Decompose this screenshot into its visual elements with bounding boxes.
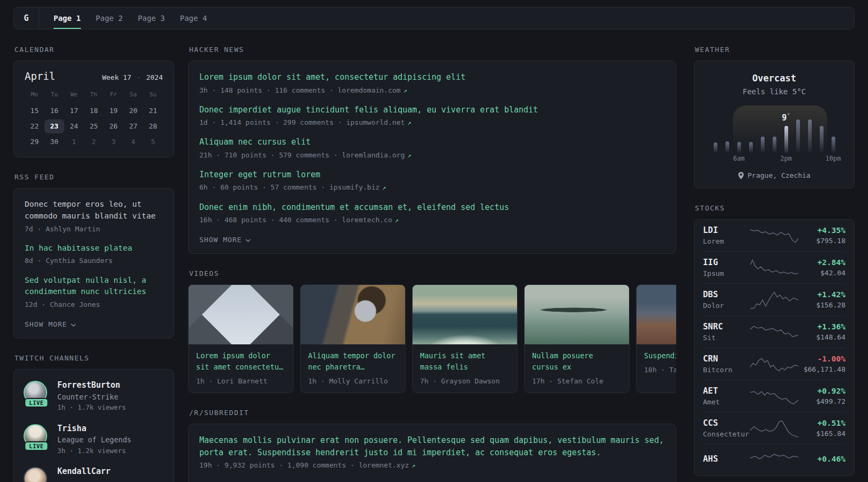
hn-story-link[interactable]: Donec imperdiet augue tincidunt felis al…	[199, 105, 538, 115]
rss-item-meta: 8d · Cynthia Saunders	[25, 255, 163, 266]
rss-item-link[interactable]: Sed volutpat nulla nisl, a condimentum n…	[25, 276, 146, 296]
calendar-day: 30	[44, 135, 64, 149]
twitch-channel-row[interactable]: LIVE Trisha League of Legends 3h · 1.2k …	[24, 423, 164, 456]
weather-feels-like: Feels like 5°C	[705, 87, 843, 96]
weather-time-label: 10pm	[826, 155, 841, 162]
stock-sparkline	[750, 387, 798, 406]
stock-name: Ipsum	[703, 269, 750, 277]
weather-time-label: 6am	[733, 155, 745, 162]
hn-story-link[interactable]: Aliquam nec cursus elit	[199, 137, 311, 147]
weather-location-label: Prague, Czechia	[747, 171, 810, 179]
calendar-month: April	[25, 70, 55, 82]
weekday-label: Su	[143, 90, 163, 100]
stock-row[interactable]: LDILorem+4.35%$795.18	[703, 220, 845, 251]
stocks-card: LDILorem+4.35%$795.18IIGIpsum+2.84%$42.0…	[694, 219, 855, 476]
video-title-link[interactable]: Suspendisse sed diam	[644, 350, 676, 362]
stock-sparkline	[750, 322, 798, 342]
calendar-day: 3	[103, 135, 123, 149]
video-thumbnail[interactable]	[525, 285, 629, 344]
hn-story-link[interactable]: Lorem ipsum dolor sit amet, consectetur …	[199, 72, 466, 82]
subreddit-section-title: /R/SUBREDDIT	[189, 409, 676, 417]
weekday-label: We	[64, 90, 84, 100]
channel-avatar-image	[24, 467, 47, 482]
weekday-label: Th	[84, 90, 104, 100]
videos-section-title: VIDEOS	[189, 269, 676, 277]
calendar-day: 18	[84, 104, 104, 118]
stock-row[interactable]: AETAmet+0.92%$499.72	[703, 380, 845, 412]
hn-story-meta: 3h · 148 points · 116 comments · loremdo…	[199, 85, 665, 96]
avatar: LIVE	[24, 380, 49, 404]
twitch-channel-row[interactable]: KendallCarr	[24, 466, 164, 482]
hn-show-more-button[interactable]: SHOW MORE	[199, 236, 251, 244]
stock-symbol: CRN	[703, 354, 750, 364]
external-link-icon: ↗	[383, 184, 386, 191]
tab-page-1[interactable]: Page 1	[54, 7, 81, 29]
stock-change-percent: +0.46%	[798, 455, 845, 463]
stock-change-percent: +0.51%	[798, 419, 845, 427]
rss-item-link[interactable]: In hac habitasse platea	[25, 244, 132, 252]
video-card[interactable]: Suspendisse sed diam 18h · Tara	[636, 284, 676, 393]
reddit-post-link[interactable]: Maecenas mollis pulvinar erat non posuer…	[199, 435, 664, 457]
tab-page-2[interactable]: Page 2	[96, 7, 123, 29]
calendar-day: 27	[123, 119, 143, 133]
video-card[interactable]: Lorem ipsum dolor sit amet consectetu… 1…	[188, 284, 294, 393]
external-link-icon: ↗	[395, 216, 399, 224]
rss-item-meta: 12d · Chance Jones	[25, 299, 163, 310]
tab-page-3[interactable]: Page 3	[138, 7, 165, 29]
video-thumbnail[interactable]	[189, 285, 293, 344]
calendar-day: 21	[143, 104, 163, 118]
video-card[interactable]: Aliquam tempor dolor nec pharetra… 1h · …	[300, 284, 406, 393]
video-card[interactable]: Mauris sit amet massa felis 7h · Grayson…	[412, 284, 518, 393]
stock-row[interactable]: SNRCSit+1.36%$148.64	[703, 315, 845, 348]
calendar-section-title: CALENDAR	[14, 46, 174, 54]
hn-story: Donec imperdiet augue tincidunt felis al…	[199, 104, 665, 129]
rss-card: Donec tempor eros leo, ut commodo mauris…	[13, 188, 174, 338]
weather-bar	[784, 126, 788, 153]
rss-item-link[interactable]: Donec tempor eros leo, ut commodo mauris…	[25, 200, 155, 220]
weather-bar	[808, 119, 812, 153]
weather-bar	[773, 137, 776, 153]
video-title-link[interactable]: Nullam posuere cursus ex	[532, 350, 622, 373]
calendar-day: 26	[103, 119, 123, 133]
stock-symbol: CCS	[703, 418, 750, 428]
hn-story-link[interactable]: Integer eget rutrum lorem	[199, 170, 320, 179]
weather-hourly-chart: 9°	[709, 106, 839, 153]
video-title-link[interactable]: Lorem ipsum dolor sit amet consectetu…	[196, 350, 286, 373]
video-thumbnail[interactable]	[413, 285, 517, 344]
app-logo[interactable]: G	[14, 7, 39, 29]
calendar-day: 16	[44, 104, 64, 118]
calendar-day: 19	[103, 104, 123, 118]
rss-show-more-button[interactable]: SHOW MORE	[25, 320, 76, 328]
stock-row[interactable]: DBSDolor+1.42%$156.28	[703, 283, 845, 315]
video-title-link[interactable]: Aliquam tempor dolor nec pharetra…	[308, 350, 398, 373]
hn-story-link[interactable]: Donec enim nibh, condimentum et accumsan…	[199, 202, 509, 212]
stock-sparkline	[750, 355, 798, 374]
stock-row[interactable]: IIGIpsum+2.84%$42.04	[703, 251, 845, 283]
twitch-channel-row[interactable]: LIVE ForrestBurton Counter-Strike 1h · 1…	[24, 380, 164, 412]
video-thumbnail[interactable]	[637, 285, 676, 344]
stock-price: $66,171.48	[798, 365, 845, 373]
tab-page-4[interactable]: Page 4	[180, 7, 207, 29]
video-meta: 7h · Grayson Dawson	[420, 377, 510, 385]
calendar-card: April Week 17 · 2024 MoTuWeThFrSaSu 1516…	[13, 61, 174, 157]
video-thumbnail[interactable]	[301, 285, 405, 344]
stock-name: Consectetur	[703, 430, 750, 438]
weather-time-labels: 6am2pm10pm	[709, 155, 839, 164]
stock-row[interactable]: AHS+0.46%	[703, 444, 845, 476]
stocks-widget: STOCKS LDILorem+4.35%$795.18IIGIpsum+2.8…	[694, 204, 855, 476]
twitch-section-title: TWITCH CHANNELS	[14, 354, 174, 362]
stock-row[interactable]: CRNBitcorn-1.00%$66,171.48	[703, 348, 845, 380]
video-title-link[interactable]: Mauris sit amet massa felis	[420, 350, 510, 373]
channel-category: Counter-Strike	[57, 391, 126, 402]
calendar-day: 29	[25, 135, 44, 149]
video-card[interactable]: Nullam posuere cursus ex 17h · Stefan Co…	[524, 284, 630, 393]
page-tabs: Page 1 Page 2 Page 3 Page 4	[39, 7, 207, 29]
stock-price: $795.18	[798, 237, 845, 245]
hackernews-card: Lorem ipsum dolor sit amet, consectetur …	[188, 61, 676, 254]
hackernews-widget: HACKER NEWS Lorem ipsum dolor sit amet, …	[188, 46, 676, 254]
rss-widget: RSS FEED Donec tempor eros leo, ut commo…	[13, 173, 174, 338]
calendar-weekday-row: MoTuWeThFrSaSu	[25, 90, 163, 100]
stock-name: Dolor	[703, 302, 750, 310]
stock-symbol: LDI	[703, 225, 750, 235]
stock-row[interactable]: CCSConsectetur+0.51%$165.84	[703, 412, 845, 444]
